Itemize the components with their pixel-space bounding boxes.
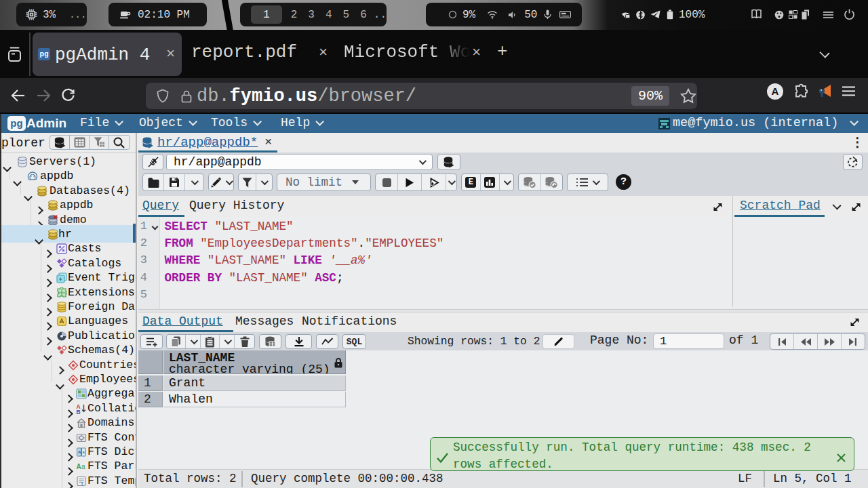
svg-text:B: B xyxy=(77,408,81,414)
svg-text:A: A xyxy=(78,450,81,454)
svg-text:A: A xyxy=(77,463,81,470)
svg-text:a: a xyxy=(81,463,85,470)
svg-text:T: T xyxy=(81,481,84,486)
